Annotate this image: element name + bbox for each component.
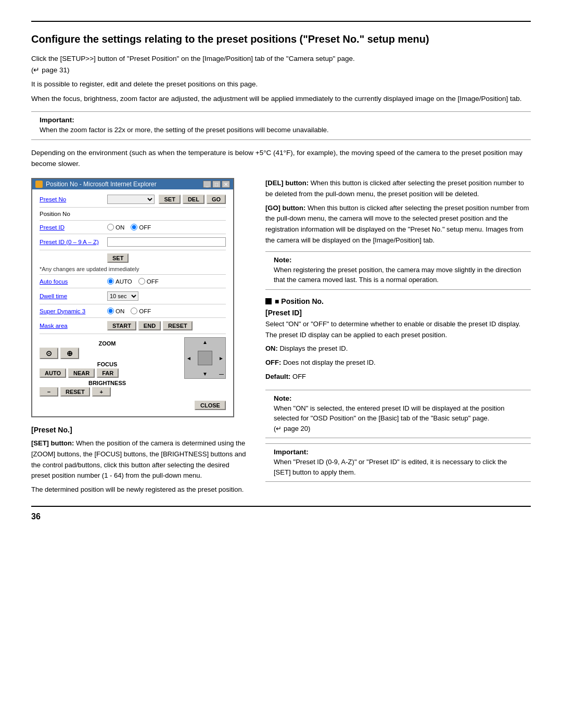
- super-dynamic-on-option: ON: [107, 308, 124, 314]
- dwell-time-controls: 10 sec: [107, 291, 226, 301]
- super-dynamic-off-radio[interactable]: [131, 308, 137, 314]
- auto-focus-controls: AUTO OFF: [107, 278, 226, 285]
- ptz-pad: ▲ ▼ ◄ ► —: [184, 337, 226, 379]
- super-dynamic-on-radio[interactable]: [107, 308, 114, 314]
- two-column-layout: Position No - Microsoft Internet Explore…: [31, 178, 531, 495]
- bottom-border: [31, 506, 531, 507]
- preset-no-controls: SET DEL GO: [107, 195, 226, 204]
- titlebar-left: Position No - Microsoft Internet Explore…: [35, 181, 157, 188]
- note-box-1: Note: When registering the preset positi…: [265, 251, 531, 290]
- reset-button[interactable]: RESET: [163, 321, 193, 330]
- brightness-reset-button[interactable]: RESET: [60, 387, 90, 397]
- auto-focus-off-label: OFF: [147, 278, 159, 285]
- ptz-down-arrow[interactable]: ▼: [202, 371, 208, 377]
- minimize-button[interactable]: _: [203, 181, 211, 188]
- auto-focus-off-option: OFF: [138, 278, 159, 285]
- intro-line1: Click the [SETUP>>] button of "Preset Po…: [31, 53, 531, 75]
- super-dynamic-row: Super Dynamic 3 ON OFF: [40, 308, 226, 318]
- position-no-title-row: ■ Position No.: [265, 297, 531, 305]
- note-label-2: Note:: [274, 394, 522, 402]
- zoom-section: ZOOM ⊙ ⊕: [40, 340, 175, 359]
- auto-focus-auto-option: AUTO: [107, 278, 132, 285]
- mask-area-label: Mask area: [40, 323, 107, 329]
- preset-no-row: Preset No SET DEL GO: [40, 195, 226, 208]
- browser-title: Position No - Microsoft Internet Explore…: [46, 181, 157, 188]
- focus-buttons: AUTO NEAR FAR: [40, 368, 175, 378]
- page-title: Configure the settings relating to the p…: [31, 32, 531, 46]
- preset-id-desc: Select "ON" or "OFF" to determine whethe…: [265, 319, 531, 341]
- preset-id-range-row: Preset ID (0 – 9 A – Z): [40, 237, 226, 250]
- preset-id-range-label: Preset ID (0 – 9 A – Z): [40, 239, 107, 245]
- brightness-minus-button[interactable]: −: [40, 387, 58, 397]
- auto-focus-button[interactable]: AUTO: [40, 368, 66, 378]
- go-button[interactable]: GO: [207, 195, 226, 204]
- zoom-buttons: ⊙ ⊕: [40, 348, 175, 359]
- ptz-up-arrow[interactable]: ▲: [202, 339, 208, 345]
- close-window-button[interactable]: ✕: [222, 181, 230, 188]
- preset-id-row: Preset ID ON OFF: [40, 224, 226, 234]
- mask-area-row: Mask area START END RESET: [40, 321, 226, 334]
- auto-focus-off-radio[interactable]: [138, 278, 145, 285]
- preset-id-range-input[interactable]: [107, 237, 226, 247]
- below-browser: [Preset No.] [SET] button: When the posi…: [31, 426, 250, 495]
- go-button-desc: [GO] button: When this button is clicked…: [265, 203, 531, 246]
- dwell-time-row: Dwell time 10 sec: [40, 291, 226, 304]
- preset-id-on-radio[interactable]: [107, 224, 114, 231]
- intro-line2: It is possible to register, edit and del…: [31, 79, 531, 90]
- ptz-left-arrow[interactable]: ◄: [186, 355, 191, 361]
- auto-focus-auto-radio[interactable]: [107, 278, 114, 285]
- left-column: Position No - Microsoft Internet Explore…: [31, 178, 250, 495]
- position-no-icon: [265, 298, 272, 304]
- position-no-row: Position No: [40, 211, 226, 221]
- set-button-2[interactable]: SET: [107, 253, 129, 263]
- brightness-buttons: − RESET +: [40, 387, 175, 397]
- off-desc: OFF: Does not display the preset ID.: [265, 357, 531, 368]
- mask-area-controls: START END RESET: [107, 321, 226, 330]
- super-dynamic-off-option: OFF: [131, 308, 151, 314]
- ptz-outer: ▲ ▼ ◄ ► —: [184, 337, 226, 379]
- left-controls: ZOOM ⊙ ⊕ FOCUS AUTO NEAR: [40, 337, 175, 399]
- super-dynamic-radio-group: ON OFF: [107, 308, 151, 314]
- ptz-minus-button[interactable]: —: [219, 372, 224, 377]
- brightness-section: BRIGHTNESS − RESET +: [40, 380, 175, 397]
- auto-focus-radio-group: AUTO OFF: [107, 278, 159, 285]
- ptz-right-arrow[interactable]: ►: [219, 355, 224, 361]
- page-number: 36: [31, 512, 531, 521]
- important-box-2: Important: When "Preset ID (0-9, A-Z)" o…: [265, 443, 531, 482]
- super-dynamic-label: Super Dynamic 3: [40, 308, 107, 314]
- preset-id-off-option: OFF: [131, 224, 151, 231]
- browser-content: Preset No SET DEL GO Position No Preset …: [32, 189, 233, 416]
- important-label-1: Important:: [40, 116, 522, 124]
- zoom-in-button[interactable]: ⊕: [60, 348, 79, 359]
- zoom-out-button[interactable]: ⊙: [40, 348, 58, 359]
- del-button[interactable]: DEL: [183, 195, 205, 204]
- maximize-button[interactable]: □: [212, 181, 221, 188]
- preset-id-radio-group: ON OFF: [107, 224, 151, 231]
- near-focus-button[interactable]: NEAR: [68, 368, 95, 378]
- close-button[interactable]: CLOSE: [195, 401, 226, 410]
- preset-no-select[interactable]: [107, 195, 155, 204]
- position-no-label: Position No: [40, 211, 107, 217]
- ptz-center: [198, 351, 212, 365]
- preset-id-off-radio[interactable]: [131, 224, 137, 231]
- super-dynamic-controls: ON OFF: [107, 308, 226, 314]
- super-dynamic-on-label: ON: [116, 308, 124, 314]
- preset-id-label: Preset ID: [40, 224, 107, 231]
- zoom-label: ZOOM: [40, 340, 175, 347]
- preset-id-subtitle: [Preset ID]: [265, 309, 302, 317]
- brightness-plus-button[interactable]: +: [92, 387, 111, 397]
- important-label-2: Important:: [274, 448, 522, 456]
- far-focus-button[interactable]: FAR: [97, 368, 119, 378]
- update-note: *Any changes are updated immediately: [40, 266, 226, 275]
- focus-section: FOCUS AUTO NEAR FAR: [40, 361, 175, 378]
- super-dynamic-off-label: OFF: [139, 308, 151, 314]
- set-button[interactable]: SET: [159, 195, 180, 204]
- browser-controls: _ □ ✕: [203, 181, 230, 188]
- end-button[interactable]: END: [138, 321, 161, 330]
- del-button-desc: [DEL] button: When this button is clicke…: [265, 178, 531, 200]
- dwell-time-select[interactable]: 10 sec: [107, 291, 138, 301]
- start-button[interactable]: START: [107, 321, 136, 330]
- preset-id-on-option: ON: [107, 224, 124, 231]
- important-box-1: Important: When the zoom factor is 22x o…: [31, 111, 531, 140]
- browser-window: Position No - Microsoft Internet Explore…: [31, 178, 234, 417]
